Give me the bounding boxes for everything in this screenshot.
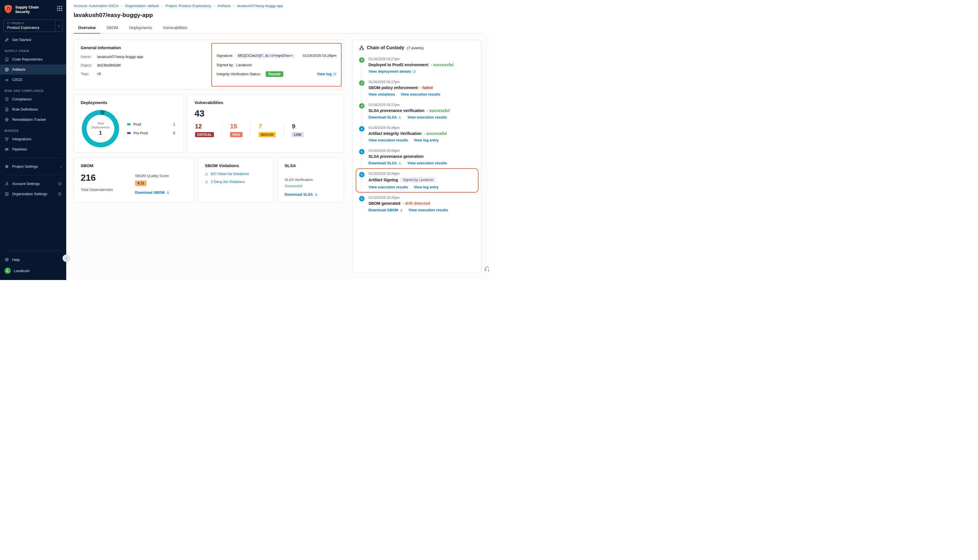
breadcrumb-artifacts[interactable]: Artifacts bbox=[217, 4, 237, 8]
view-log-link[interactable]: View log bbox=[317, 72, 337, 76]
user-name: Lavakush bbox=[14, 269, 30, 273]
document-icon bbox=[5, 107, 9, 112]
sidebar-item-artifacts[interactable]: Artifacts bbox=[0, 65, 66, 75]
left-column: General Information Name: lavakush07/eas… bbox=[73, 40, 344, 274]
sidebar-item-account-settings[interactable]: Account Settings bbox=[0, 179, 66, 189]
severity-high: 15 HIGH bbox=[222, 123, 250, 137]
view-execution-results-link[interactable]: View execution results bbox=[409, 208, 448, 212]
breadcrumb-current[interactable]: lavakush07/easy-buggy-app bbox=[237, 4, 283, 8]
severity-badge: MEDIUM bbox=[259, 132, 275, 137]
building-icon bbox=[5, 192, 9, 196]
custody-timeline: 01/16/2025 03:27pm Deployed to Prod2 env… bbox=[359, 57, 475, 212]
status-drift-detected: drift detected bbox=[403, 201, 430, 206]
deny-list-violations-row: ⚠ 2 Deny list Violations bbox=[205, 180, 267, 184]
nav-section-risk-compliance: RISK AND COMPLIANCE bbox=[0, 85, 66, 94]
view-log-entry-link[interactable]: View log entry bbox=[414, 138, 439, 142]
chevron-right-icon: › bbox=[60, 164, 62, 168]
signed-by-row: Signed by: Lavakush bbox=[217, 63, 337, 67]
info-icon[interactable] bbox=[58, 182, 62, 186]
status-badge-passed: Passed bbox=[266, 71, 283, 77]
breadcrumb: Account: Automation-SSCA Organization: d… bbox=[73, 4, 482, 8]
cicd-icon: ∞ bbox=[5, 77, 9, 82]
sidebar-item-get-started[interactable]: Get Started bbox=[0, 35, 66, 45]
support-chat-icon[interactable] bbox=[484, 265, 489, 273]
sidebar-item-help[interactable]: Help bbox=[0, 255, 66, 265]
download-icon bbox=[398, 162, 402, 165]
sidebar-user[interactable]: L Lavakush bbox=[0, 265, 66, 277]
slsa-verification-label: SLSA Verification bbox=[284, 178, 337, 182]
sidebar-item-cicd[interactable]: ∞ CI/CD bbox=[0, 75, 66, 85]
diamond-icon bbox=[5, 117, 9, 122]
download-sbom-link[interactable]: Download SBOM bbox=[369, 208, 403, 212]
deny-list-violations-link[interactable]: 2 Deny list Violations bbox=[210, 180, 245, 184]
sidebar-item-organization-settings[interactable]: Organization Settings bbox=[0, 189, 66, 199]
view-execution-results-link[interactable]: View execution results bbox=[369, 138, 408, 142]
card-title: SLSA bbox=[284, 163, 337, 168]
deployments-donut-chart: Total Deployments 1 bbox=[82, 110, 119, 147]
view-deployment-details-link[interactable]: View deployment details bbox=[369, 69, 416, 73]
info-icon[interactable] bbox=[58, 192, 62, 196]
lifebuoy-help-icon bbox=[5, 257, 9, 262]
project-name: Product Exploratory bbox=[7, 25, 55, 30]
allow-list-violations-link[interactable]: 637 Allow list Violations bbox=[210, 172, 249, 176]
divider bbox=[5, 158, 62, 158]
sidebar-item-label: Compliance bbox=[12, 97, 32, 101]
sbom-left: 216 Total Dependencies bbox=[81, 173, 113, 195]
deployments-body: Total Deployments 1 Prod 1 bbox=[81, 110, 177, 147]
module-grid-icon[interactable] bbox=[57, 6, 62, 11]
annotation-box-signature: Signature: MEQCICde2VjIT...bL+2+mqnOXw==… bbox=[211, 43, 342, 87]
rocket-icon bbox=[5, 38, 9, 42]
download-sbom-link[interactable]: Download SBOM bbox=[135, 190, 170, 195]
sidebar-item-integrations[interactable]: Integrations bbox=[0, 134, 66, 144]
view-log-entry-link[interactable]: View log entry bbox=[414, 185, 439, 189]
view-execution-results-link[interactable]: View execution results bbox=[369, 185, 408, 189]
download-slsa-link[interactable]: Download SLSA bbox=[284, 192, 318, 197]
external-link-icon bbox=[333, 72, 337, 76]
deployments-card: Deployments Total Deployments 1 bbox=[73, 95, 184, 153]
sbom-body: 216 Total Dependencies SBOM Quality Scor… bbox=[81, 173, 187, 195]
divider bbox=[5, 251, 62, 251]
supply-chain-security-logo-icon bbox=[4, 5, 12, 13]
signature-timestamp: 01/16/2025 03:26pm bbox=[303, 53, 337, 58]
custody-event-artifact-integrity-verification: 01/16/2025 03:26pm Artifact Integrity Ve… bbox=[359, 126, 475, 142]
sidebar-item-compliance[interactable]: Compliance bbox=[0, 94, 66, 104]
sidebar-item-pipelines[interactable]: Pipelines bbox=[0, 144, 66, 155]
project-selector[interactable]: PROJECT Product Exploratory › bbox=[3, 20, 63, 32]
project-icon bbox=[7, 22, 10, 24]
card-title: SBOM Violations bbox=[205, 163, 267, 168]
sidebar-item-label: Account Settings bbox=[12, 182, 40, 186]
chain-of-custody-count: (7 events) bbox=[407, 46, 424, 50]
view-execution-results-link[interactable]: View execution results bbox=[407, 161, 447, 165]
view-execution-results-link[interactable]: View execution results bbox=[401, 92, 440, 97]
signature-value[interactable]: MEQCICde2VjIT...bL+2+mqnOXw== bbox=[235, 53, 295, 58]
integrity-row: Integrity Verification Status: Passed Vi… bbox=[217, 71, 337, 77]
view-execution-results-link[interactable]: View execution results bbox=[407, 115, 447, 119]
legend-item-prod: Prod 1 bbox=[127, 122, 175, 127]
deploy-icon bbox=[359, 103, 364, 108]
breadcrumb-account[interactable]: Account: Automation-SSCA bbox=[73, 4, 125, 8]
sbom-quality-label: SBOM Quality Score bbox=[135, 174, 187, 178]
sidebar-collapse-handle[interactable]: ‹ bbox=[63, 255, 70, 262]
external-link-icon bbox=[412, 70, 416, 73]
sidebar-item-rule-definitions[interactable]: Rule Definitions bbox=[0, 104, 66, 115]
breadcrumb-project[interactable]: Project: Product Exploratory bbox=[165, 4, 217, 8]
download-slsa-link[interactable]: Download SLSA bbox=[369, 161, 402, 165]
view-violations-link[interactable]: View violations bbox=[369, 92, 395, 97]
tab-sbom[interactable]: SBOM bbox=[102, 23, 122, 33]
repository-icon bbox=[5, 57, 9, 62]
sbom-quality-score-badge: 6.13 bbox=[135, 180, 147, 186]
chain-of-custody-header: Chain of Custody (7 events) bbox=[359, 45, 475, 50]
tab-deployments[interactable]: Deployments bbox=[125, 23, 157, 33]
sidebar-item-project-settings[interactable]: ⚙ Project Settings › bbox=[0, 162, 66, 172]
scan-icon bbox=[359, 126, 364, 132]
download-slsa-link[interactable]: Download SLSA bbox=[369, 115, 402, 119]
tab-vulnerabilities[interactable]: Vulnerabilities bbox=[158, 23, 192, 33]
status-successful: successful bbox=[431, 63, 454, 67]
sidebar: Supply Chain Security PROJECT Product Ex… bbox=[0, 0, 66, 280]
person-icon bbox=[5, 182, 9, 186]
chevron-right-icon[interactable]: › bbox=[55, 20, 63, 32]
tab-overview[interactable]: Overview bbox=[73, 23, 100, 34]
breadcrumb-organization[interactable]: Organization: default bbox=[125, 4, 165, 8]
sidebar-item-code-repositories[interactable]: Code Repositories bbox=[0, 54, 66, 65]
sidebar-item-remediation-tracker[interactable]: Remediation Tracker bbox=[0, 115, 66, 125]
